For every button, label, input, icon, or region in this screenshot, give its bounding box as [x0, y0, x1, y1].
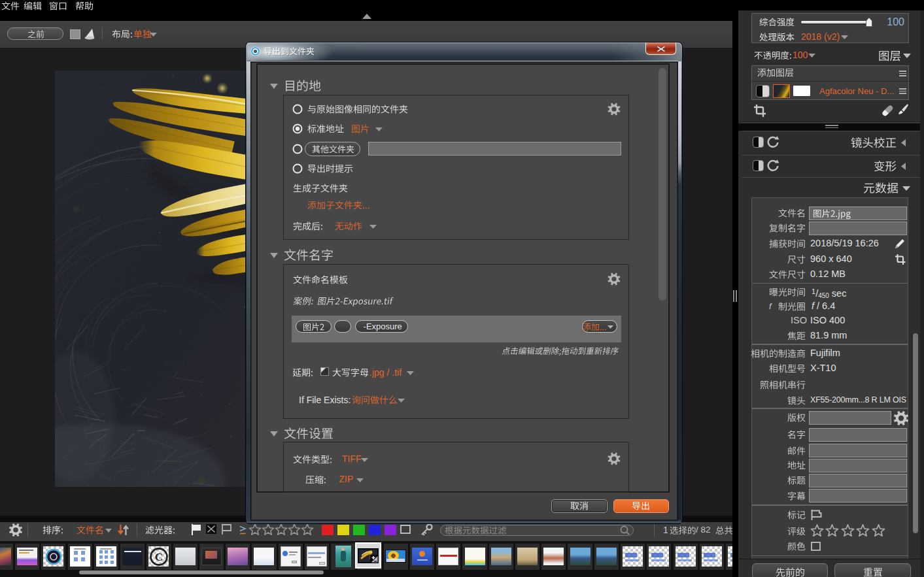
svg-text:C: C: [155, 551, 163, 563]
